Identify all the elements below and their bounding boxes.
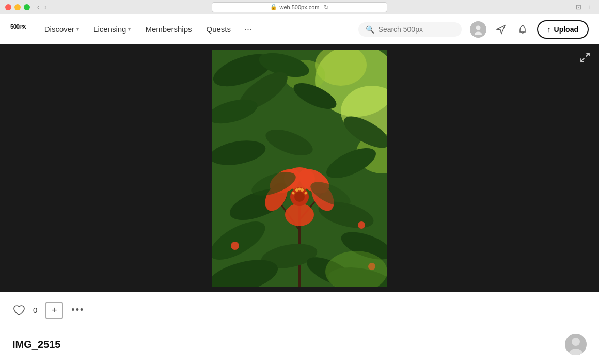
more-nav-item[interactable]: ··· [239,20,257,39]
send-button[interactable] [494,22,508,37]
nav-history-buttons: ‹ › [35,2,49,12]
like-count: 0 [33,306,37,314]
photo-area [0,44,599,292]
add-tab-button[interactable]: + [586,2,594,12]
minimize-button[interactable] [14,4,21,10]
discover-nav-item[interactable]: Discover ▾ [38,21,85,38]
like-button[interactable] [12,304,25,316]
memberships-nav-item[interactable]: Memberships [139,21,198,38]
avatar-placeholder [470,21,486,38]
url-text: web.500px.com [279,4,319,10]
discover-chevron-icon: ▾ [76,26,79,32]
nav-items: Discover ▾ Licensing ▾ Memberships Quest… [38,20,462,39]
quests-label: Quests [207,25,231,34]
svg-point-41 [305,192,307,195]
user-avatar-icon [565,334,587,355]
window-right-buttons: ⊡ + [574,2,594,12]
more-actions-button[interactable]: ••• [71,305,84,315]
add-to-collection-button[interactable]: + [45,302,63,319]
user-avatar-small[interactable] [565,334,587,355]
svg-point-38 [294,192,305,202]
svg-point-28 [358,221,365,229]
user-avatar-button[interactable] [470,21,486,38]
logo[interactable]: 500PX [10,23,26,36]
lock-icon: 🔒 [270,4,277,10]
svg-point-43 [298,188,301,191]
svg-point-50 [572,338,580,346]
forward-button[interactable]: › [42,2,49,12]
more-icon: ··· [244,24,252,35]
back-button[interactable]: ‹ [35,2,41,12]
svg-point-27 [231,242,239,250]
svg-point-0 [476,25,480,30]
photo-container [212,50,387,287]
more-dots-icon: ••• [71,305,84,315]
action-bar: 0 + ••• [0,292,599,328]
svg-point-42 [292,192,295,195]
search-bar: 🔍 [358,22,462,37]
svg-point-35 [285,203,314,226]
svg-point-1 [475,31,482,35]
notifications-button[interactable] [515,22,530,37]
quests-nav-item[interactable]: Quests [200,21,238,38]
upload-button[interactable]: ↑ Upload [537,20,589,39]
maximize-button[interactable] [24,4,30,10]
plus-icon: + [52,306,57,315]
heart-icon [12,304,25,316]
licensing-chevron-icon: ▾ [128,26,131,32]
nav-right-actions: ↑ Upload [470,20,589,39]
photo-title: IMG_2515 [12,339,60,351]
svg-point-39 [295,188,298,192]
bottom-info: IMG_2515 [0,328,599,360]
memberships-label: Memberships [145,25,192,34]
upload-arrow-icon: ↑ [547,25,551,34]
licensing-label: Licensing [93,25,126,34]
main-navbar: 500PX Discover ▾ Licensing ▾ Memberships… [0,14,599,44]
window-chrome: ‹ › 🔒 web.500px.com ↻ ⊡ + [0,0,599,14]
search-input[interactable] [379,25,451,34]
licensing-nav-item[interactable]: Licensing ▾ [87,21,137,38]
svg-point-40 [301,188,304,192]
refresh-icon: ↻ [324,4,329,11]
window-controls [5,4,30,10]
close-button[interactable] [5,4,11,10]
discover-label: Discover [44,25,74,34]
expand-icon [579,55,591,65]
photo-image [212,50,387,287]
share-window-button[interactable]: ⊡ [574,2,584,12]
upload-label: Upload [554,25,578,34]
address-bar[interactable]: 🔒 web.500px.com ↻ [212,2,387,12]
search-icon: 🔍 [366,25,374,34]
expand-button[interactable] [579,52,591,66]
